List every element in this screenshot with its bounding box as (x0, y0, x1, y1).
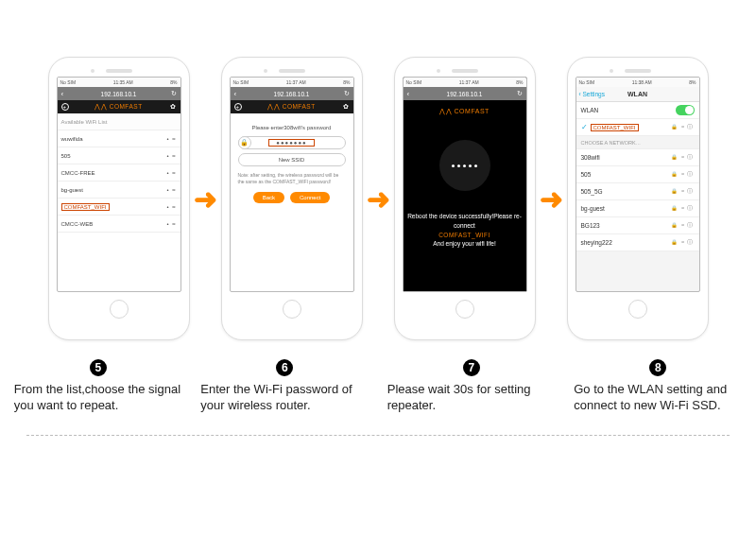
url-ip: 192.168.10.1 (447, 91, 483, 97)
status-bar: No SIM 11:37 AM 8% (404, 78, 526, 87)
connected-network-row[interactable]: ✓COMFAST_WIFI 🔒 ≈ ⓘ (576, 119, 699, 136)
wifi-list-header: Available WiFi List (58, 113, 180, 130)
wlan-label: WLAN (581, 107, 599, 113)
no-sim-label: No SIM (406, 79, 422, 85)
reboot-ssid: COMFAST_WIFI (404, 231, 526, 240)
home-button[interactable] (283, 300, 301, 319)
no-sim-label: No SIM (579, 79, 595, 85)
screen-password: No SIM 11:37 AM 8% ‹ 192.168.10.1 ↻ + ⋀⋀… (230, 77, 354, 292)
caption-text: Go to the WLAN setting and connect to ne… (574, 382, 742, 414)
button-row: Back Connect (236, 192, 348, 203)
network-item[interactable]: 505🔒 ≈ ⓘ (576, 166, 699, 183)
brand-bar: + ⋀⋀ COMFAST ✿ (231, 100, 353, 113)
phone-camera (91, 69, 94, 73)
refresh-icon[interactable]: ↻ (344, 90, 350, 97)
browser-back-icon[interactable]: ‹ (407, 90, 410, 98)
clock: 11:35 AM (113, 79, 133, 85)
loading-spinner (439, 140, 490, 191)
back-button[interactable]: Back (253, 192, 284, 203)
caption-step-7: 7 Please wait 30s for setting repeater. (387, 359, 556, 414)
signal-icon: • ≈ (166, 187, 176, 193)
caption-text: From the list,choose the signal you want… (14, 382, 182, 414)
arrow-icon: ➜ (367, 182, 390, 216)
password-mask: ●●●●●●● (268, 139, 314, 147)
refresh-icon[interactable]: ↻ (517, 90, 523, 97)
brand-logo: ⋀⋀ COMFAST (439, 108, 490, 115)
screen-reboot: No SIM 11:37 AM 8% ‹ 192.168.10.1 ↻ ⋀⋀ C… (403, 77, 527, 292)
battery-label: 8% (689, 79, 696, 85)
home-button[interactable] (628, 300, 647, 319)
signal-icon: • ≈ (166, 136, 176, 142)
status-bar: No SIM 11:35 AM 8% (58, 78, 180, 87)
signal-icon: • ≈ (166, 204, 176, 210)
settings-back-link[interactable]: ‹ Settings (579, 91, 605, 97)
step-number-badge: 7 (463, 359, 480, 376)
phone-speaker (452, 69, 478, 73)
signal-icon: • ≈ (166, 170, 176, 176)
battery-label: 8% (170, 79, 177, 85)
brand-logo: ⋀⋀ COMFAST (267, 103, 315, 111)
gear-icon[interactable]: ✿ (170, 103, 177, 111)
caption-step-8: 8 Go to the WLAN setting and connect to … (574, 359, 742, 414)
arrow-icon: ➜ (540, 182, 563, 216)
wifi-item[interactable]: wuwifida• ≈ (58, 130, 180, 147)
screen-wifi-list: No SIM 11:35 AM 8% ‹ 192.168.10.1 ↻ + ⋀⋀… (57, 77, 181, 292)
password-prompt: Please enter308wifi's password (236, 125, 348, 130)
clock: 11:37 AM (459, 79, 479, 85)
password-form: Please enter308wifi's password 🔒 ●●●●●●●… (231, 113, 353, 209)
caption-step-5: 5 From the list,choose the signal you wa… (14, 359, 182, 414)
phone-camera (437, 69, 440, 73)
signal-icon: • ≈ (166, 221, 176, 227)
phone-step-7: No SIM 11:37 AM 8% ‹ 192.168.10.1 ↻ ⋀⋀ C… (394, 57, 536, 340)
home-button[interactable] (110, 300, 129, 319)
network-item[interactable]: sheying222🔒 ≈ ⓘ (576, 234, 699, 251)
step-number-badge: 5 (90, 359, 107, 376)
wlan-title: WLAN (627, 91, 647, 97)
brand-bar: + ⋀⋀ COMFAST ✿ (58, 100, 180, 113)
gear-icon[interactable]: ✿ (343, 103, 350, 111)
network-item[interactable]: 505_5G🔒 ≈ ⓘ (576, 183, 699, 200)
connect-button[interactable]: Connect (290, 192, 330, 203)
ssid-input[interactable]: New SSID (238, 153, 346, 166)
captions-row: 5 From the list,choose the signal you wa… (9, 359, 747, 414)
network-item[interactable]: bg-guest🔒 ≈ ⓘ (576, 200, 699, 217)
wlan-toggle-on[interactable] (676, 105, 695, 115)
url-bar: ‹ 192.168.10.1 ↻ (231, 87, 353, 100)
battery-label: 8% (343, 79, 350, 85)
reboot-panel: ⋀⋀ COMFAST Reboot the device successfull… (404, 100, 526, 291)
password-note: Note: after setting, the wireless passwo… (238, 172, 346, 184)
browser-back-icon[interactable]: ‹ (234, 90, 237, 98)
wifi-item[interactable]: bg-guest• ≈ (58, 182, 180, 199)
wifi-item[interactable]: CMCC-FREE• ≈ (58, 164, 180, 182)
url-bar: ‹ 192.168.10.1 ↻ (58, 87, 180, 100)
add-icon[interactable]: + (61, 103, 69, 111)
wifi-item[interactable]: 505• ≈ (58, 147, 180, 164)
network-item[interactable]: 308wifi🔒 ≈ ⓘ (576, 149, 699, 166)
phone-camera (264, 69, 267, 73)
refresh-icon[interactable]: ↻ (171, 90, 177, 97)
network-item[interactable]: BG123🔒 ≈ ⓘ (576, 217, 699, 234)
phone-step-5: No SIM 11:35 AM 8% ‹ 192.168.10.1 ↻ + ⋀⋀… (48, 57, 190, 340)
reboot-message: Reboot the device successfully!Please re… (404, 212, 526, 249)
wifi-item-selected[interactable]: COMFAST_WIFI• ≈ (58, 199, 180, 216)
caption-text: Enter the Wi-Fi password of your wireles… (200, 382, 369, 414)
wifi-item[interactable]: CMCC-WEB• ≈ (58, 216, 180, 233)
network-icons: 🔒 ≈ ⓘ (671, 124, 694, 130)
instruction-page: No SIM 11:35 AM 8% ‹ 192.168.10.1 ↻ + ⋀⋀… (0, 0, 756, 536)
ssid-placeholder: New SSID (279, 157, 305, 163)
phone-camera (610, 69, 613, 73)
add-icon[interactable]: + (234, 103, 242, 111)
password-input[interactable]: 🔒 ●●●●●●● (238, 136, 346, 149)
lock-icon: 🔒 (238, 136, 251, 149)
no-sim-label: No SIM (233, 79, 249, 85)
status-bar: No SIM 11:38 AM 8% (576, 78, 699, 87)
connected-ssid: COMFAST_WIFI (591, 124, 639, 131)
reboot-line-1: Reboot the device successfully!Please re… (404, 212, 526, 231)
home-button[interactable] (455, 300, 474, 319)
choose-network-header: CHOOSE A NETWORK… (576, 136, 699, 149)
clock: 11:38 AM (632, 79, 652, 85)
checkmark-icon: ✓ (581, 123, 588, 131)
wlan-toggle-row[interactable]: WLAN (576, 102, 699, 119)
browser-back-icon[interactable]: ‹ (61, 90, 64, 98)
phone-step-6: No SIM 11:37 AM 8% ‹ 192.168.10.1 ↻ + ⋀⋀… (221, 57, 363, 340)
